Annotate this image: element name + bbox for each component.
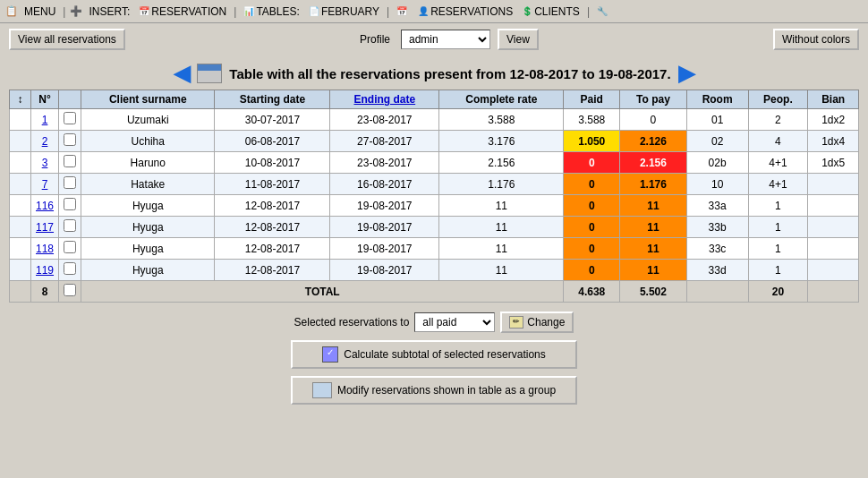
row-end: 19-08-2017 (330, 238, 439, 260)
col-header-rate: Complete rate (439, 90, 564, 109)
row-people: 4+1 (748, 174, 808, 195)
separator: | (63, 5, 65, 18)
menu-item-february[interactable]: 📄 FEBRUARY (306, 4, 382, 19)
row-topay: 2.156 (620, 152, 687, 174)
row-rate: 1.176 (439, 174, 564, 195)
row-bian: 1dx5 (808, 152, 859, 174)
menu-item-reservations[interactable]: 📅 (394, 5, 412, 17)
row-paid: 0 (564, 195, 620, 217)
row-topay: 0 (620, 109, 687, 131)
id-link[interactable]: 117 (36, 221, 54, 234)
total-checkbox[interactable] (64, 284, 76, 296)
separator: | (234, 5, 236, 18)
row-room: 02 (686, 131, 748, 152)
row-bian (808, 195, 859, 217)
id-link[interactable]: 118 (36, 243, 54, 255)
id-link[interactable]: 2 (42, 135, 48, 148)
row-checkbox[interactable] (64, 219, 76, 232)
main-table-container: ↕ N° Client surname Starting date Ending… (0, 90, 868, 303)
sort-icon: ↕ (18, 93, 23, 106)
id-link[interactable]: 3 (42, 157, 48, 169)
calculate-button[interactable]: ✓ Calculate subtotal of selected reserva… (291, 340, 577, 369)
modify-icon (312, 382, 332, 398)
col-header-sort: ↕ (10, 90, 31, 109)
row-paid: 3.588 (564, 109, 620, 131)
row-sort (10, 217, 31, 238)
row-bian: 1dx2 (808, 109, 859, 131)
tables-icon: 📊 (243, 6, 254, 16)
profile-select[interactable]: admin (401, 30, 490, 49)
total-bian (808, 281, 859, 303)
row-id: 116 (31, 195, 59, 217)
change-row: Selected reservations to all paid partia… (294, 312, 574, 333)
row-id: 1 (31, 109, 59, 131)
row-paid: 1.050 (564, 131, 620, 152)
row-checkbox-cell (59, 131, 81, 152)
menu-item-menu[interactable]: MENU (21, 4, 58, 19)
menu-item-insert[interactable]: INSERT: (86, 4, 132, 19)
row-surname: Hyuga (81, 217, 215, 238)
menu-item-configure[interactable]: 🔧 (594, 5, 612, 17)
row-end: 19-08-2017 (330, 217, 439, 238)
row-room: 10 (686, 174, 748, 195)
separator: | (587, 5, 590, 18)
change-select[interactable]: all paid partial not paid (414, 312, 495, 332)
id-link[interactable]: 1 (42, 114, 48, 126)
row-room: 33d (686, 260, 748, 281)
menu-item-clients[interactable]: 👤 RESERVATIONS (415, 4, 515, 19)
row-sort (10, 260, 31, 281)
menu-icon: 📋 (5, 5, 18, 17)
prev-arrow[interactable]: ◀ (174, 61, 190, 86)
selected-label: Selected reservations to (294, 316, 410, 329)
row-topay: 11 (620, 217, 687, 238)
row-surname: Hyuga (81, 238, 215, 260)
row-checkbox[interactable] (64, 262, 76, 275)
configure-icon: 🔧 (597, 6, 608, 16)
id-link[interactable]: 7 (42, 178, 48, 191)
row-checkbox[interactable] (64, 112, 76, 124)
row-id: 117 (31, 217, 59, 238)
col-header-end[interactable]: Ending date (330, 90, 439, 109)
row-paid: 0 (564, 260, 620, 281)
row-paid: 0 (564, 174, 620, 195)
menubar: 📋 MENU | ➕ INSERT: 📅 RESERVATION | 📊 TAB… (0, 0, 868, 23)
next-arrow[interactable]: ▶ (678, 61, 694, 86)
row-sort (10, 152, 31, 174)
menu-item-tables[interactable]: 📊 TABLES: (241, 4, 302, 19)
bottom-area: Selected reservations to all paid partia… (0, 303, 868, 414)
without-colors-button[interactable]: Without colors (773, 29, 859, 50)
row-checkbox[interactable] (64, 176, 76, 189)
row-start: 06-08-2017 (215, 131, 330, 152)
id-link[interactable]: 119 (36, 264, 54, 277)
separator: | (387, 5, 389, 18)
menu-item-rates[interactable]: 💲 CLIENTS (519, 4, 583, 19)
row-checkbox-cell (59, 217, 81, 238)
row-checkbox-cell (59, 174, 81, 195)
row-checkbox-cell (59, 260, 81, 281)
id-link[interactable]: 116 (36, 200, 54, 212)
row-surname: Uzumaki (81, 109, 215, 131)
row-people: 4 (748, 131, 808, 152)
change-button[interactable]: ✏ Change (500, 312, 574, 333)
row-checkbox[interactable] (64, 241, 76, 253)
row-id: 7 (31, 174, 59, 195)
clients-icon: 👤 (418, 6, 429, 16)
row-checkbox-cell (59, 238, 81, 260)
row-checkbox[interactable] (64, 155, 76, 167)
total-paid: 4.638 (564, 281, 620, 303)
row-bian (808, 260, 859, 281)
modify-button[interactable]: Modify reservations shown in table as a … (291, 376, 577, 405)
menu-item-reservation[interactable]: 📅 RESERVATION (136, 4, 229, 19)
row-start: 12-08-2017 (215, 217, 330, 238)
view-all-button[interactable]: View all reservations (9, 29, 125, 50)
row-end: 23-08-2017 (330, 152, 439, 174)
row-checkbox[interactable] (64, 133, 76, 146)
row-end: 19-08-2017 (330, 260, 439, 281)
february-icon: 📄 (309, 6, 319, 16)
view-button[interactable]: View (498, 29, 539, 50)
row-bian (808, 238, 859, 260)
row-sort (10, 195, 31, 217)
row-topay: 1.176 (620, 174, 687, 195)
table-row: 119 Hyuga 12-08-2017 19-08-2017 11 0 11 … (10, 260, 859, 281)
row-checkbox[interactable] (64, 198, 76, 210)
